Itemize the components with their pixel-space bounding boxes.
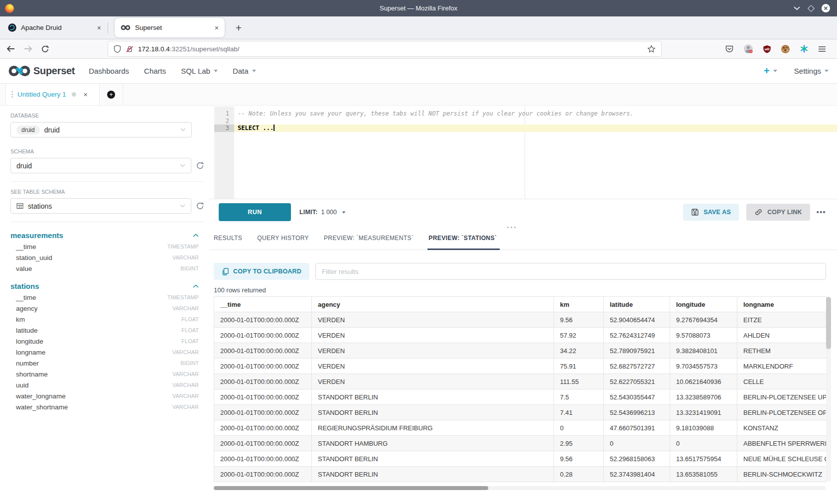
save-as-button[interactable]: SAVE AS [683, 204, 739, 221]
tab-close-icon[interactable]: × [215, 24, 219, 32]
table-select[interactable]: stations [10, 198, 191, 214]
table-row: 2000-01-01T00:00:00.000Z VERDEN 75.91 52… [214, 359, 827, 374]
settings-menu[interactable]: Settings [794, 67, 829, 75]
column-row: __time TIMESTAMP [10, 292, 204, 303]
sql-code-editor[interactable]: 1 2 3 -- Note: Unless you save your quer… [209, 107, 837, 199]
table-header-cell[interactable]: longname [737, 297, 827, 312]
browser-tab-label: Superset [135, 24, 162, 31]
horizontal-scrollbar-thumb[interactable] [214, 486, 488, 490]
forward-button[interactable] [23, 45, 33, 53]
database-label: DATABASE [10, 113, 204, 119]
table-row: 2000-01-01T00:00:00.000Z VERDEN 34.22 52… [214, 343, 827, 359]
insecure-lock-icon[interactable] [126, 45, 134, 53]
query-tab-active[interactable]: Untitled Query 1 × [5, 84, 100, 105]
cell-km: 2.95 [554, 436, 604, 451]
refresh-table-icon[interactable] [196, 202, 204, 210]
superset-logo-icon [8, 64, 31, 78]
new-tab-button[interactable]: + [231, 22, 246, 34]
column-name: latitude [16, 327, 38, 334]
cell-latitude: 52.2968158063 [604, 451, 670, 467]
schema-label: SCHEMA [10, 148, 204, 154]
cell-agency: STANDORT HAMBURG [312, 436, 554, 451]
pane-splitter-handle[interactable] [507, 227, 516, 228]
table-row: 2000-01-01T00:00:00.000Z STANDORT BERLIN… [214, 389, 827, 405]
line-number: 2 [214, 118, 234, 125]
run-button[interactable]: RUN [219, 203, 291, 221]
sql-text: SELECT ... [238, 125, 274, 131]
tab-results[interactable]: RESULTS [214, 235, 242, 250]
browser-tabstrip: Apache Druid × Superset × + [0, 16, 837, 39]
window-minimize-button[interactable] [793, 6, 801, 10]
copy-to-clipboard-button[interactable]: COPY TO CLIPBOARD [214, 263, 309, 280]
url-path: :32251/superset/sqllab/ [170, 45, 240, 53]
refresh-schema-icon[interactable] [196, 161, 204, 170]
reload-button[interactable] [41, 45, 49, 53]
column-row: water_longname VARCHAR [10, 390, 204, 401]
table-section-stations[interactable]: stations [10, 280, 204, 292]
tab-query-history[interactable]: QUERY HISTORY [257, 235, 309, 250]
drag-handle-icon[interactable] [11, 91, 13, 99]
column-row: longname VARCHAR [10, 347, 204, 358]
tab-preview-stations[interactable]: PREVIEW: `STATIONS` [428, 235, 497, 250]
copy-link-button[interactable]: COPY LINK [746, 204, 810, 221]
chevron-up-icon[interactable] [193, 234, 199, 237]
database-select[interactable]: druid druid [10, 122, 192, 137]
bookmark-star-icon[interactable] [647, 45, 656, 53]
horizontal-scrollbar[interactable] [214, 486, 826, 490]
limit-dropdown[interactable]: LIMIT: 1 000 [299, 209, 346, 216]
browser-tab-druid[interactable]: Apache Druid × [2, 18, 107, 37]
table-header-cell[interactable]: __time [214, 297, 312, 312]
more-options-button[interactable]: ••• [817, 208, 826, 216]
add-new-button[interactable]: + [764, 65, 777, 77]
tracking-shield-icon[interactable] [114, 45, 121, 53]
column-row: value BIGINT [10, 263, 204, 274]
pocket-icon[interactable] [725, 45, 734, 53]
column-type: VARCHAR [172, 404, 199, 410]
column-type: FLOAT [181, 316, 199, 322]
column-name: shortname [16, 371, 48, 378]
menu-hamburger-icon[interactable] [818, 46, 826, 52]
brand-name[interactable]: Superset [33, 65, 75, 77]
window-maximize-button[interactable] [808, 4, 815, 11]
nav-data[interactable]: Data [233, 67, 256, 75]
cell-latitude: 52.6827572727 [604, 359, 670, 374]
extension-sparkle-icon[interactable] [800, 44, 809, 53]
line-number: 1 [214, 110, 234, 118]
url-bar[interactable]: 172.18.0.4:32251/superset/sqllab/ [108, 41, 661, 56]
browser-tab-superset[interactable]: Superset × [115, 18, 225, 37]
nav-sql-lab[interactable]: SQL Lab [181, 67, 218, 75]
account-icon[interactable] [743, 44, 753, 54]
rows-returned-status: 100 rows returned [214, 286, 837, 294]
table-header-cell[interactable]: km [554, 297, 604, 312]
chevron-up-icon[interactable] [193, 284, 199, 288]
ublock-icon[interactable]: uO [763, 45, 771, 53]
vertical-scrollbar-thumb[interactable] [826, 297, 831, 349]
chevron-down-icon [180, 164, 185, 167]
svg-text:uO: uO [764, 47, 770, 51]
schema-select[interactable]: druid [10, 158, 191, 173]
column-name: __time [16, 294, 36, 301]
column-row: station_uuid VARCHAR [10, 252, 204, 263]
column-row: number BIGINT [10, 358, 204, 369]
vertical-scrollbar[interactable] [826, 297, 831, 482]
cell-latitude: 52.9040654474 [604, 312, 670, 328]
new-query-tab-button[interactable]: + [100, 84, 123, 105]
table-header-cell[interactable]: longitude [670, 297, 737, 312]
table-header-cell[interactable]: agency [312, 297, 554, 312]
tab-preview-measurements[interactable]: PREVIEW: `MEASUREMENTS` [324, 235, 414, 250]
window-close-button[interactable] [822, 4, 830, 12]
nav-charts[interactable]: Charts [144, 67, 166, 75]
table-row: 2000-01-01T00:00:00.000Z REGIERUNGSPRÄSI… [214, 420, 827, 436]
cell-km: 9.56 [554, 451, 604, 467]
editor-code-area[interactable]: -- Note: Unless you save your query, the… [234, 107, 837, 199]
query-tab-close-icon[interactable]: × [84, 91, 88, 99]
filter-results-input[interactable] [315, 263, 826, 280]
tab-close-icon[interactable]: × [97, 24, 101, 32]
nav-dashboards[interactable]: Dashboards [89, 67, 129, 75]
cookie-icon[interactable] [781, 44, 790, 54]
back-button[interactable] [6, 45, 15, 53]
cell-latitude: 47.6607501391 [604, 420, 670, 436]
table-header-cell[interactable]: latitude [604, 297, 670, 312]
query-tab-title: Untitled Query 1 [17, 91, 66, 98]
table-section-measurements[interactable]: measurements [10, 229, 204, 241]
